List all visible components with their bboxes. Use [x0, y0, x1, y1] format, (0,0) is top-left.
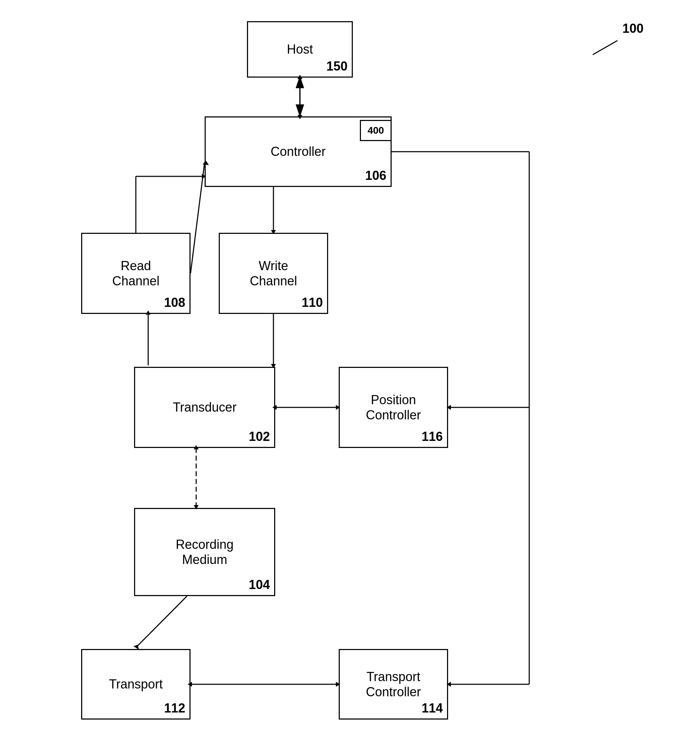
- controller-label: Controller: [271, 144, 326, 159]
- transducer-number: 102: [249, 429, 270, 444]
- recording-medium-box: RecordingMedium 104: [134, 508, 275, 596]
- controller-number: 106: [365, 168, 386, 183]
- controller-sub-label: 400: [368, 125, 384, 136]
- transport-controller-box: TransportController 114: [339, 649, 448, 720]
- position-controller-box: PositionController 116: [339, 367, 448, 448]
- host-box: Host 150: [247, 21, 353, 78]
- write-channel-box: WriteChannel 110: [219, 233, 328, 314]
- host-label: Host: [287, 42, 313, 57]
- recording-medium-number: 104: [249, 578, 270, 592]
- position-controller-number: 116: [422, 429, 443, 444]
- transport-controller-number: 114: [422, 701, 443, 716]
- position-controller-label: PositionController: [366, 392, 421, 423]
- recording-medium-label: RecordingMedium: [176, 537, 233, 567]
- diagram-container: 100 Host 150 Controller 106 400 ReadChan…: [0, 0, 700, 746]
- write-channel-number: 110: [302, 295, 323, 310]
- controller-sub-box: 400: [360, 120, 391, 141]
- transport-label: Transport: [109, 677, 163, 692]
- read-channel-label: ReadChannel: [112, 258, 160, 289]
- svg-line-6: [593, 41, 617, 55]
- svg-line-24: [136, 596, 187, 648]
- ref-number-100: 100: [622, 21, 644, 36]
- read-channel-number: 108: [164, 295, 185, 310]
- transducer-box: Transducer 102: [134, 367, 275, 448]
- svg-line-13: [191, 162, 205, 273]
- write-channel-label: WriteChannel: [250, 258, 297, 289]
- transport-number: 112: [164, 701, 185, 716]
- host-number: 150: [327, 59, 348, 74]
- transport-controller-label: TransportController: [366, 669, 421, 699]
- transducer-label: Transducer: [173, 400, 237, 415]
- read-channel-box: ReadChannel 108: [81, 233, 191, 314]
- transport-box: Transport 112: [81, 649, 191, 720]
